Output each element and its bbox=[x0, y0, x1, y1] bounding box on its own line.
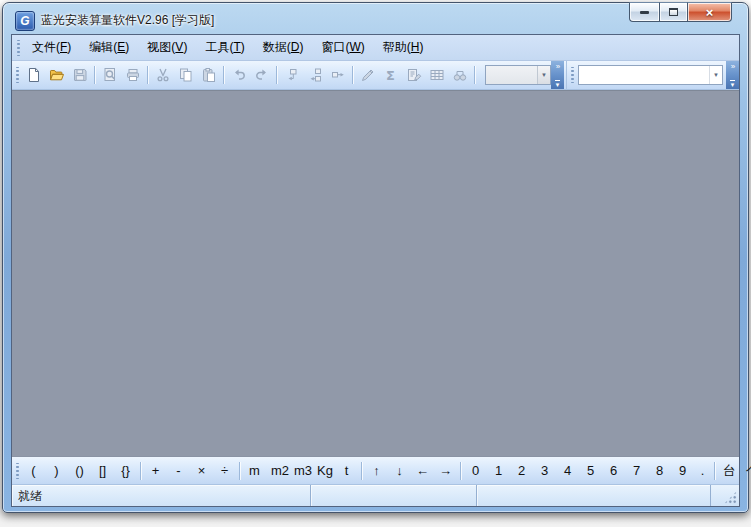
status-panel bbox=[711, 485, 739, 506]
minimize-button[interactable] bbox=[629, 2, 659, 22]
symbol-button-open-paren[interactable]: ( bbox=[22, 462, 45, 479]
mdi-workspace bbox=[12, 90, 739, 457]
app-window: G 蓝光安装算量软件V2.96 [学习版] × 文件(F) 编辑(E) 视图(V… bbox=[2, 2, 749, 513]
digit-button-0[interactable]: 0 bbox=[464, 462, 487, 479]
app-icon-letter: G bbox=[20, 14, 29, 28]
search-button[interactable] bbox=[448, 64, 471, 86]
symbol-button-multiply[interactable]: × bbox=[190, 462, 213, 479]
print-preview-icon bbox=[102, 67, 118, 83]
symbol-button-bracket-pair[interactable]: [] bbox=[91, 462, 114, 479]
toolbar-combobox-small[interactable]: ▼ bbox=[485, 65, 551, 85]
symbol-button-close-paren[interactable]: ) bbox=[45, 462, 68, 479]
open-file-icon bbox=[49, 67, 65, 83]
chevron-down-icon: ▼ bbox=[555, 80, 561, 88]
maximize-button[interactable] bbox=[659, 2, 688, 22]
insert-node-below-button[interactable] bbox=[280, 64, 303, 86]
minimize-icon bbox=[640, 11, 649, 14]
status-bar: 就绪 bbox=[12, 485, 739, 506]
chevron-down-icon[interactable]: ▼ bbox=[537, 66, 550, 84]
toolbar-grip-handle[interactable] bbox=[15, 463, 20, 479]
menu-bar: 文件(F) 编辑(E) 视图(V) 工具(T) 数据(D) 窗口(W) 帮助(H… bbox=[12, 35, 739, 61]
arrow-up-button[interactable]: ↑ bbox=[365, 462, 388, 479]
new-file-button[interactable] bbox=[22, 64, 45, 86]
unit-button-ge[interactable]: 个 bbox=[741, 461, 751, 481]
redo-button[interactable] bbox=[250, 64, 273, 86]
unit-button-m[interactable]: m bbox=[243, 462, 266, 479]
copy-button[interactable] bbox=[174, 64, 197, 86]
title-bar[interactable]: G 蓝光安装算量软件V2.96 [学习版] × bbox=[11, 3, 740, 34]
insert-child-node-icon bbox=[330, 67, 346, 83]
arrow-right-button[interactable]: → bbox=[434, 462, 457, 479]
main-toolbar: Σ ▼ » ▼ ▼ » ▼ bbox=[12, 61, 739, 90]
arrow-left-button[interactable]: ← bbox=[411, 462, 434, 479]
toolbar-combobox-large[interactable]: ▼ bbox=[578, 65, 723, 85]
insert-child-node-button[interactable] bbox=[326, 64, 349, 86]
cut-button[interactable] bbox=[151, 64, 174, 86]
print-preview-button[interactable] bbox=[98, 64, 121, 86]
digit-button-4[interactable]: 4 bbox=[556, 462, 579, 479]
symbol-button-minus[interactable]: - bbox=[167, 462, 190, 479]
undo-icon bbox=[231, 67, 247, 83]
menu-window[interactable]: 窗口(W) bbox=[312, 36, 373, 59]
menu-help[interactable]: 帮助(H) bbox=[374, 36, 433, 59]
close-button[interactable]: × bbox=[688, 2, 732, 22]
digit-button-7[interactable]: 7 bbox=[625, 462, 648, 479]
digit-button-9[interactable]: 9 bbox=[671, 462, 694, 479]
menu-data[interactable]: 数据(D) bbox=[254, 36, 313, 59]
table-grid-button[interactable] bbox=[425, 64, 448, 86]
symbol-button-paren-pair[interactable]: () bbox=[68, 462, 91, 479]
toolbar-separator bbox=[94, 66, 95, 84]
unit-button-t[interactable]: t bbox=[335, 462, 358, 479]
unit-button-kg[interactable]: Kg bbox=[312, 462, 335, 479]
digit-button-3[interactable]: 3 bbox=[533, 462, 556, 479]
print-button[interactable] bbox=[121, 64, 144, 86]
menu-view[interactable]: 视图(V) bbox=[138, 36, 196, 59]
toolbar-grip-handle[interactable] bbox=[15, 67, 20, 83]
chevron-down-icon: ▼ bbox=[730, 80, 736, 88]
digit-button-5[interactable]: 5 bbox=[579, 462, 602, 479]
app-icon: G bbox=[15, 11, 35, 31]
insert-sibling-node-button[interactable] bbox=[303, 64, 326, 86]
open-file-button[interactable] bbox=[45, 64, 68, 86]
search-icon bbox=[452, 67, 468, 83]
toolbar-separator bbox=[239, 462, 240, 480]
decimal-point-button[interactable]: . bbox=[694, 462, 711, 479]
toolbar-overflow-button[interactable]: » ▼ bbox=[726, 61, 739, 89]
toolbar-separator bbox=[460, 462, 461, 480]
unit-button-tai[interactable]: 台 bbox=[718, 461, 741, 481]
format-painter-icon bbox=[360, 67, 376, 83]
unit-button-m3[interactable]: m3 bbox=[289, 462, 312, 479]
cut-icon bbox=[155, 67, 171, 83]
chevron-down-icon[interactable]: ▼ bbox=[709, 66, 722, 84]
symbol-button-brace-pair[interactable]: {} bbox=[114, 462, 137, 479]
menubar-grip-handle[interactable] bbox=[16, 40, 21, 56]
format-painter-button[interactable] bbox=[356, 64, 379, 86]
save-file-button[interactable] bbox=[68, 64, 91, 86]
sum-icon: Σ bbox=[386, 68, 395, 83]
sum-button[interactable]: Σ bbox=[379, 64, 402, 86]
menu-tools[interactable]: 工具(T) bbox=[196, 36, 253, 59]
digit-button-1[interactable]: 1 bbox=[487, 462, 510, 479]
paste-button[interactable] bbox=[197, 64, 220, 86]
toolbar-separator bbox=[276, 66, 277, 84]
digit-button-6[interactable]: 6 bbox=[602, 462, 625, 479]
status-panel bbox=[477, 485, 711, 506]
arrow-down-button[interactable]: ↓ bbox=[388, 462, 411, 479]
window-title: 蓝光安装算量软件V2.96 [学习版] bbox=[41, 12, 214, 29]
close-icon: × bbox=[706, 5, 714, 20]
digit-button-8[interactable]: 8 bbox=[648, 462, 671, 479]
symbol-button-divide[interactable]: ÷ bbox=[213, 462, 236, 479]
menu-edit[interactable]: 编辑(E) bbox=[80, 36, 138, 59]
digit-button-2[interactable]: 2 bbox=[510, 462, 533, 479]
toolbar-grip-handle[interactable] bbox=[570, 67, 575, 83]
symbol-button-plus[interactable]: + bbox=[144, 462, 167, 479]
menu-file[interactable]: 文件(F) bbox=[23, 36, 80, 59]
desktop-background: G 蓝光安装算量软件V2.96 [学习版] × 文件(F) 编辑(E) 视图(V… bbox=[0, 0, 751, 527]
unit-button-m2[interactable]: m2 bbox=[266, 462, 289, 479]
properties-button[interactable] bbox=[402, 64, 425, 86]
toolbar-overflow-button[interactable]: » ▼ bbox=[551, 61, 564, 89]
undo-button[interactable] bbox=[227, 64, 250, 86]
status-panel bbox=[311, 485, 477, 506]
print-icon bbox=[125, 67, 141, 83]
resize-grip[interactable] bbox=[724, 491, 737, 504]
